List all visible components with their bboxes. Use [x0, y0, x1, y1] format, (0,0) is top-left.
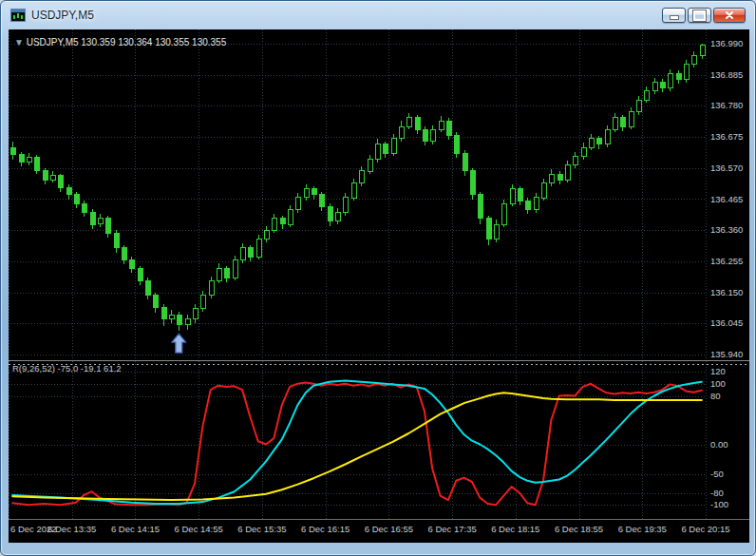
svg-text:6 Dec 16:15: 6 Dec 16:15 — [301, 524, 350, 534]
maximize-button[interactable] — [688, 8, 711, 23]
svg-text:-80: -80 — [710, 488, 724, 498]
svg-text:135.940: 135.940 — [710, 349, 743, 359]
svg-text:136.885: 136.885 — [710, 69, 743, 80]
svg-text:120: 120 — [710, 366, 726, 376]
svg-text:136.465: 136.465 — [710, 194, 743, 204]
svg-text:-50: -50 — [710, 469, 724, 479]
chart-area[interactable]: 136.990136.885136.780136.675136.570136.4… — [9, 29, 749, 543]
chart-window-icon — [10, 8, 26, 23]
svg-text:136.255: 136.255 — [710, 256, 743, 266]
svg-text:100: 100 — [710, 378, 726, 389]
ohlc-label: ▼ USDJPY,M5 130.359 130.364 130.355 130.… — [14, 37, 227, 48]
application-window: USDJPY,M5 136.990136.885136.780136.67513… — [0, 0, 756, 556]
svg-text:136.570: 136.570 — [710, 163, 743, 173]
svg-text:6 Dec 18:15: 6 Dec 18:15 — [491, 524, 539, 534]
svg-text:136.990: 136.990 — [710, 38, 743, 48]
svg-text:136.360: 136.360 — [710, 224, 743, 235]
window-title: USDJPY,M5 — [31, 9, 94, 22]
svg-text:6 Dec 18:55: 6 Dec 18:55 — [555, 524, 603, 534]
svg-text:6 Dec 20:15: 6 Dec 20:15 — [681, 524, 729, 534]
close-button[interactable] — [713, 8, 746, 23]
title-bar[interactable]: USDJPY,M5 — [1, 1, 755, 29]
indicator-label: R(9,26,52) -75.0 -19.1 61.2 — [12, 363, 122, 374]
close-icon — [725, 10, 734, 20]
minimize-icon — [670, 15, 679, 20]
svg-text:6 Dec 15:35: 6 Dec 15:35 — [237, 524, 286, 534]
maximize-icon — [693, 10, 706, 21]
svg-text:0.00: 0.00 — [710, 439, 728, 450]
svg-text:-100: -100 — [710, 499, 728, 509]
svg-text:6 Dec 19:35: 6 Dec 19:35 — [618, 524, 667, 534]
svg-text:6 Dec 14:55: 6 Dec 14:55 — [175, 524, 223, 534]
svg-text:136.780: 136.780 — [710, 100, 743, 110]
svg-text:136.045: 136.045 — [710, 317, 743, 328]
svg-text:136.150: 136.150 — [710, 287, 743, 297]
svg-text:6 Dec 13:35: 6 Dec 13:35 — [47, 524, 96, 534]
svg-text:6 Dec 14:15: 6 Dec 14:15 — [111, 524, 160, 534]
window-controls — [662, 8, 746, 23]
svg-text:136.675: 136.675 — [710, 131, 743, 142]
chart-collapse-icon: ▼ — [14, 37, 24, 48]
time-axis: 6 Dec 20226 Dec 13:356 Dec 14:156 Dec 14… — [10, 524, 730, 534]
svg-text:80: 80 — [710, 391, 721, 401]
candlestick-chart[interactable]: 136.990136.885136.780136.675136.570136.4… — [9, 29, 749, 543]
minimize-button[interactable] — [662, 8, 686, 23]
svg-text:6 Dec 16:55: 6 Dec 16:55 — [365, 524, 413, 534]
svg-text:6 Dec 17:35: 6 Dec 17:35 — [427, 524, 476, 534]
